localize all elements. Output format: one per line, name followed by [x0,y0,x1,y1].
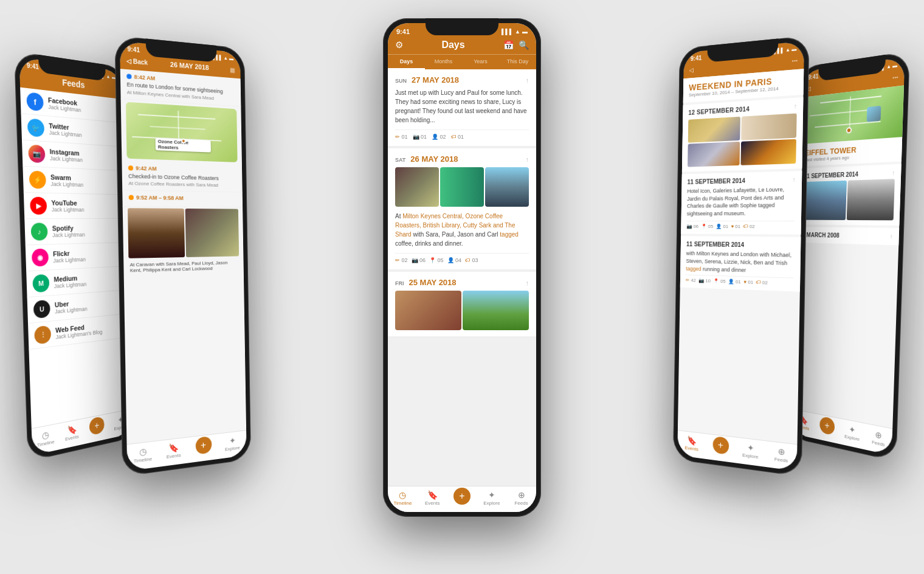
main-header: ⚙ Days 📅 🔍 [388,37,536,54]
status-time-4: 9:41 [691,55,702,62]
pm-camera: 📷 06 [686,224,698,229]
phone-screen-paris: 9:41 ▌▌▌ ▲ ▬ ◁ ··· WEEKEND IN PARI [677,41,804,471]
share-icon-26[interactable]: ↑ [526,156,529,163]
day-entry-25may: FRI 25 MAY 2018 ↑ [388,272,536,336]
add-button-2[interactable]: + [195,436,212,455]
nav-timeline-label-2: Timeline [134,456,152,464]
paris-title-header: ··· [792,57,798,64]
tab-years[interactable]: Years [462,55,499,69]
battery-4: ▬ [791,46,796,52]
day-entry-26may: SAT 26 MAY 2018 ↑ At Milton Keynes Centr… [388,148,536,269]
back-button-4[interactable]: ◁ [689,66,694,73]
nav-events-3[interactable]: 🔖 Events [418,489,447,507]
pm2-pencil: ✏ 42 [686,277,696,283]
meta-people-27: 👤 02 [432,134,446,140]
nav-timeline-label-1: Timeline [37,439,55,448]
status-icons-3: ▌▌▌ ▲ ▬ [502,29,528,35]
back-button-2[interactable]: ◁ Back [126,57,148,66]
nav-timeline-2[interactable]: ◷ Timeline [127,443,159,466]
activity-photos-grid [128,209,239,259]
flickr-avatar: ◉ [32,249,49,267]
medium-user: Jack Lightman [54,281,87,289]
nav-explore-label-3: Explore [483,500,500,506]
status-time-2: 9:41 [127,46,140,54]
share-icon-25[interactable]: ↑ [526,279,529,286]
activity-photos: 9:52 AM – 9:58 AM [122,191,243,209]
flickr-user: Jack Lightman [53,257,86,264]
nav-add-1[interactable]: + [84,416,109,439]
tab-thisday[interactable]: This Day [499,55,536,69]
eiffel-photos [802,179,894,220]
search-icon[interactable]: 🔍 [519,40,529,50]
add-button-4[interactable]: + [712,436,729,455]
share-eiffel-2008[interactable]: ↑ [890,233,893,240]
nav-events-1[interactable]: 🔖 Events [58,421,84,444]
share-eiffel-11[interactable]: ↑ [892,169,895,176]
days-tabs: Days Months Years This Day [388,54,536,69]
paris-date-label-12: 12 SEPTEMBER 2014 [688,106,750,116]
nav-events-label-4: Events [684,445,698,452]
nav-add-4[interactable]: + [706,437,736,458]
meta-pencil-26: ✏ 02 [395,257,408,263]
paris-text-11b: with Milton Keynes and London with Micha… [686,250,794,275]
explore-icon-3: ✦ [488,490,495,500]
day-header-25: FRI 25 MAY 2018 ↑ [395,278,529,287]
nav-explore-2[interactable]: ✦ Explore [218,433,246,454]
map-vline [849,97,851,131]
calendar-icon[interactable]: 📅 [503,40,514,50]
add-button-5[interactable]: + [819,416,835,435]
events-icon-4: 🔖 [687,435,697,446]
nav-timeline-3[interactable]: ◷ Timeline [388,489,418,507]
feed-item-youtube[interactable]: ▶ YouTube Jack Lightman [24,193,126,219]
meta-camera-26: 📷 06 [412,257,426,263]
signal-3: ▌▌▌ [502,29,513,35]
wifi-4: ▲ [785,47,790,53]
explore-icon-2: ✦ [229,435,235,446]
wifi-icon-1: ▲ [106,74,110,80]
nav-feeds-4[interactable]: ⊕ Feeds [765,443,797,466]
nav-timeline-label-3: Timeline [393,500,412,506]
nav-feeds-5[interactable]: ⊕ Feeds [865,426,892,451]
pm2-heart: ♥ 01 [743,279,753,285]
power-button-2 [246,137,247,166]
nav-explore-3[interactable]: ✦ Explore [477,489,506,507]
gear-icon[interactable]: ⚙ [395,40,403,50]
feed-item-spotify[interactable]: ♪ Spotify Jack Lightman [24,219,127,246]
photos-26 [395,167,529,207]
nav-add-2[interactable]: + [188,437,218,458]
phone-activity: 9:41 ▌▌▌ ▲ ▬ ◁ Back 26 MAY 2018 ▦ [114,35,251,477]
add-button-1[interactable]: + [89,416,105,435]
photos-25 [395,291,529,330]
nav-add-3[interactable]: + [447,489,477,507]
nav-explore-4[interactable]: ✦ Explore [735,440,765,462]
nav-explore-label-5: Explore [844,434,860,442]
twitter-info: Twitter Jack Lightman [49,122,82,139]
phone-main: 9:41 ▌▌▌ ▲ ▬ ⚙ Days 📅 🔍 [383,18,541,517]
nav-add-5[interactable]: + [815,416,840,439]
nav-timeline-1[interactable]: ◷ Timeline [32,426,59,451]
nav-events-2[interactable]: 🔖 Events [158,440,188,462]
paris-photos-12 [688,113,797,167]
activity-time-3: 9:52 AM – 9:58 AM [129,195,237,202]
add-button-3[interactable]: + [453,488,471,505]
nav-events-4[interactable]: 🔖 Events [677,433,706,454]
meta-tag-26: 🏷 03 [465,257,478,263]
tab-months[interactable]: Months [425,55,462,69]
youtube-info: YouTube Jack Lightman [51,199,84,213]
nav-feeds-3[interactable]: ⊕ Feeds [506,489,536,507]
pm2-camera: 📷 10 [698,278,711,283]
events-icon-2: 🔖 [168,442,179,453]
eiffel-date-11: 11 SEPTEMBER 2014 ↑ [804,169,895,179]
tab-days[interactable]: Days [388,55,425,69]
eiffel-date-label-2008: 6 MARCH 2008 [802,232,840,239]
share-paris-11a[interactable]: ↑ [793,176,796,183]
paris-meta-11a: 📷 06 📍 05 👤 01 ♥ 01 🏷 02 [686,221,795,229]
swarm-info: Swarm Jack Lightman [50,173,83,188]
feed-item-swarm[interactable]: ⚡ Swarm Jack Lightman [22,167,125,195]
nav-explore-5[interactable]: ✦ Explore [839,421,865,444]
pm2-loc: 📍 05 [713,278,725,285]
activity-swarm: 9:42 AM Checked-in to Ozone Coffee Roast… [122,161,242,193]
activity-time-2: 9:42 AM [128,165,236,174]
share-icon-27[interactable]: ↑ [526,77,529,84]
share-paris-12[interactable]: ↑ [794,103,797,110]
